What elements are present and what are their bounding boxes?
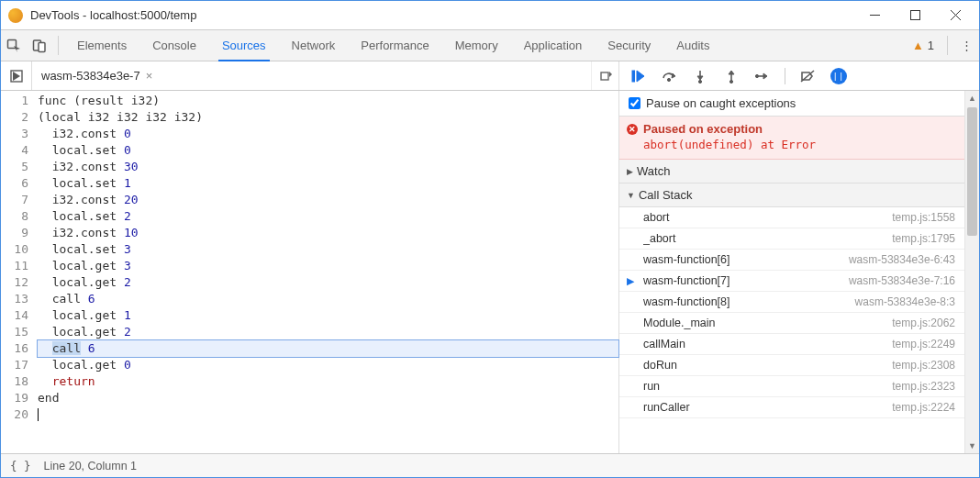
code-line[interactable]: return — [38, 373, 618, 390]
panel-tab-console[interactable]: Console — [139, 30, 209, 61]
frame-location: temp.js:2062 — [892, 317, 955, 329]
current-frame-icon: ▶ — [627, 275, 634, 287]
frame-function: doRun — [643, 359, 892, 372]
code-line[interactable]: i32.const 20 — [38, 192, 618, 208]
code-line[interactable]: i32.const 30 — [38, 159, 618, 175]
code-line[interactable]: local.set 3 — [38, 241, 618, 258]
code-line[interactable]: i32.const 0 — [38, 126, 618, 142]
code-line[interactable]: func (result i32) — [38, 93, 618, 109]
code-line[interactable]: local.set 0 — [38, 142, 618, 159]
svg-marker-19 — [729, 71, 734, 74]
code-line[interactable]: call 6 — [38, 340, 618, 357]
sources-toolbar-row: wasm-53834e3e-7 × || — [1, 61, 979, 91]
svg-marker-16 — [697, 76, 703, 80]
inspect-element-button[interactable] — [1, 30, 27, 61]
frame-location: temp.js:2323 — [892, 380, 955, 393]
code-line[interactable]: (local i32 i32 i32 i32) — [38, 109, 618, 126]
deactivate-breakpoints-button[interactable] — [796, 65, 819, 87]
panel-tab-network[interactable]: Network — [279, 30, 349, 61]
callstack-frame[interactable]: ▶wasm-function[7]wasm-53834e3e-7:16 — [619, 271, 964, 292]
code-line[interactable] — [38, 406, 618, 423]
frame-location: temp.js:1795 — [892, 232, 955, 245]
svg-marker-10 — [609, 72, 612, 77]
code-line[interactable]: i32.const 10 — [38, 225, 618, 241]
panel-tab-performance[interactable]: Performance — [348, 30, 441, 61]
debugger-controls: || — [619, 61, 979, 90]
scroll-down-icon[interactable]: ▼ — [965, 439, 979, 453]
warnings-indicator[interactable]: ▲ 1 — [905, 30, 941, 61]
panel-tab-security[interactable]: Security — [595, 30, 663, 61]
show-navigator-button[interactable] — [1, 61, 32, 90]
panel-tab-sources[interactable]: Sources — [209, 30, 279, 61]
window-title: DevTools - localhost:5000/temp — [30, 8, 196, 22]
scroll-up-icon[interactable]: ▲ — [965, 91, 979, 106]
panel-tab-memory[interactable]: Memory — [442, 30, 511, 61]
error-icon: ✕ — [627, 124, 638, 135]
callstack-frame[interactable]: aborttemp.js:1558 — [619, 207, 964, 228]
pause-on-caught-option[interactable]: Pause on caught exceptions — [619, 91, 964, 117]
frame-function: wasm-function[7] — [643, 274, 849, 287]
scroll-thumb[interactable] — [967, 107, 977, 236]
svg-rect-9 — [601, 72, 608, 80]
callstack-frame[interactable]: runtemp.js:2323 — [619, 376, 964, 397]
code-area[interactable]: func (result i32)(local i32 i32 i32 i32)… — [38, 91, 618, 453]
step-into-button[interactable] — [689, 65, 711, 87]
resume-button[interactable] — [627, 65, 649, 87]
panel-tab-application[interactable]: Application — [511, 30, 596, 61]
svg-point-14 — [667, 78, 670, 81]
svg-rect-11 — [632, 71, 635, 82]
watch-label: Watch — [637, 164, 670, 178]
debugger-scrollbar[interactable]: ▲ ▼ — [964, 91, 979, 453]
window-minimize-button[interactable] — [854, 2, 895, 29]
window-maximize-button[interactable] — [895, 2, 935, 29]
callstack-frame[interactable]: doRuntemp.js:2308 — [619, 355, 964, 376]
callstack-frame[interactable]: Module._maintemp.js:2062 — [619, 313, 964, 334]
window-close-button[interactable] — [935, 2, 975, 29]
code-line[interactable]: local.get 3 — [38, 258, 618, 274]
file-tab-name: wasm-53834e3e-7 — [41, 69, 140, 83]
frame-function: wasm-function[6] — [643, 253, 849, 266]
code-line[interactable]: local.get 2 — [38, 274, 618, 291]
exception-message: abort(undefined) at Error — [643, 138, 955, 151]
pause-on-caught-label: Pause on caught exceptions — [646, 96, 796, 110]
file-tab[interactable]: wasm-53834e3e-7 × — [32, 61, 161, 90]
step-over-button[interactable] — [658, 65, 680, 87]
frame-location: wasm-53834e3e-7:16 — [849, 274, 955, 287]
panel-tab-elements[interactable]: Elements — [64, 30, 139, 61]
svg-rect-1 — [910, 11, 919, 20]
device-toolbar-button[interactable] — [27, 30, 52, 61]
line-gutter: 1234567891011121314151617181920 — [1, 91, 38, 453]
code-line[interactable]: local.get 2 — [38, 324, 618, 340]
watch-section-header[interactable]: ▶ Watch — [619, 160, 964, 183]
cursor-position: Line 20, Column 1 — [44, 460, 137, 472]
panel-tab-audits[interactable]: Audits — [663, 30, 722, 61]
more-menu-button[interactable]: ⋮ — [953, 30, 979, 61]
frame-function: wasm-function[8] — [643, 295, 855, 308]
frame-function: run — [643, 380, 892, 393]
step-out-button[interactable] — [720, 65, 742, 87]
callstack-frame[interactable]: callMaintemp.js:2249 — [619, 334, 964, 355]
callstack-frame[interactable]: wasm-function[8]wasm-53834e3e-8:3 — [619, 292, 964, 313]
callstack-frame[interactable]: runCallertemp.js:2224 — [619, 397, 964, 418]
code-line[interactable]: local.set 2 — [38, 208, 618, 225]
frame-function: Module._main — [643, 317, 892, 329]
svg-marker-7 — [13, 72, 20, 81]
code-line[interactable]: call 6 — [38, 291, 618, 307]
tab-overflow-button[interactable] — [591, 61, 618, 90]
code-line[interactable]: local.set 1 — [38, 175, 618, 192]
step-button[interactable] — [752, 65, 774, 87]
code-line[interactable]: local.get 0 — [38, 357, 618, 373]
code-editor[interactable]: 1234567891011121314151617181920 func (re… — [1, 91, 619, 453]
code-line[interactable]: local.get 1 — [38, 307, 618, 324]
pretty-print-button[interactable]: { } — [10, 459, 31, 472]
callstack-frame[interactable]: wasm-function[6]wasm-53834e3e-6:43 — [619, 250, 964, 271]
frame-location: temp.js:2224 — [892, 401, 955, 414]
status-bar: { } Line 20, Column 1 — [1, 453, 979, 477]
pause-on-caught-checkbox[interactable] — [629, 97, 640, 109]
pause-on-exceptions-button[interactable]: || — [828, 65, 850, 87]
code-line[interactable]: end — [38, 390, 618, 406]
frame-location: temp.js:1558 — [892, 211, 955, 224]
callstack-frame[interactable]: _aborttemp.js:1795 — [619, 228, 964, 250]
callstack-section-header[interactable]: ▼ Call Stack — [619, 183, 964, 207]
close-tab-icon[interactable]: × — [146, 69, 153, 83]
